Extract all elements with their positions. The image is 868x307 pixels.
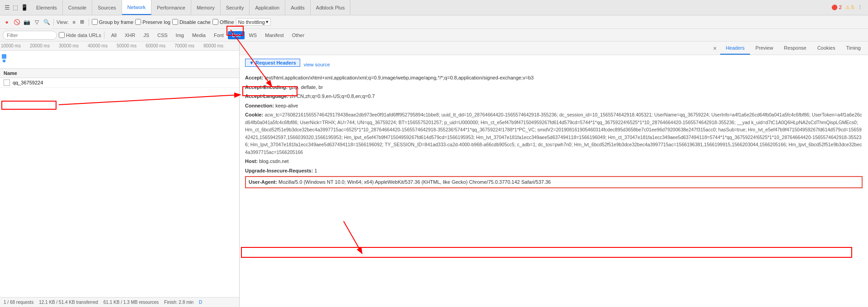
preserve-log-label[interactable]: Preserve log <box>135 19 170 25</box>
network-toolbar: ● 🚫 📷 ▽ 🔍 View: ≡ ⊞ Group by frame Prese… <box>0 15 868 29</box>
view-icons: ≡ ⊞ <box>71 19 86 26</box>
device-icon[interactable]: 📱 <box>21 4 28 11</box>
filter-row: Hide data URLs All XHR JS CSS Img Media … <box>0 29 868 42</box>
tab-cookies[interactable]: Cookies <box>812 42 841 55</box>
filter-other[interactable]: Other <box>288 31 309 39</box>
tab-application[interactable]: Application <box>250 0 285 15</box>
camera-button[interactable]: 📷 <box>23 18 31 26</box>
tab-response[interactable]: Response <box>778 42 812 55</box>
headers-content: ▼ Request Headers view source Accept: te… <box>240 55 868 307</box>
warn-badge: ⚠ 5 <box>845 5 854 10</box>
header-accept: Accept: text/html,application/xhtml+xml,… <box>245 74 863 82</box>
tick-8: 80000 ms <box>203 43 231 48</box>
search-button[interactable]: 🔍 <box>42 18 51 26</box>
request-name: qq_36759224 <box>13 80 43 85</box>
filter-tabs: All XHR JS CSS Img Media Font Doc WS Man… <box>107 31 309 39</box>
resources-size: 61.1 KB / 1.3 MB resources <box>104 300 159 305</box>
filter-all[interactable]: All <box>107 31 121 39</box>
tab-timing[interactable]: Timing <box>840 42 866 55</box>
offline-checkbox[interactable] <box>212 19 218 25</box>
view-source-link[interactable]: view source <box>304 62 330 67</box>
view-label: View: <box>57 19 69 25</box>
group-by-frame-checkbox[interactable] <box>92 19 98 25</box>
tab-security[interactable]: Security <box>221 0 250 15</box>
filter-css[interactable]: CSS <box>153 31 172 39</box>
tick-1: 10000 ms <box>0 43 29 48</box>
error-badge: 🔴 2 <box>831 5 842 10</box>
inspect-icon[interactable]: ⬚ <box>13 4 18 11</box>
tick-7: 70000 ms <box>174 43 203 48</box>
devtools-tab-bar: ☰ ⬚ 📱 Elements Console Sources Network P… <box>0 0 868 15</box>
left-panel: 10000 ms 20000 ms 30000 ms 40000 ms 5000… <box>0 42 240 307</box>
tab-adblock[interactable]: Adblock Plus <box>311 0 351 15</box>
throttle-select[interactable]: No throttling ▾ <box>236 18 271 26</box>
filter-js[interactable]: JS <box>139 31 153 39</box>
row-checkbox[interactable] <box>4 79 10 86</box>
separator-filter <box>104 32 104 39</box>
main-tab-list: Elements Console Sources Network Perform… <box>31 0 350 15</box>
tick-3: 30000 ms <box>58 43 87 48</box>
filter-ws[interactable]: WS <box>245 31 261 39</box>
grid-view-icon[interactable]: ⊞ <box>79 19 86 26</box>
tab-elements[interactable]: Elements <box>31 0 63 15</box>
group-by-frame-label[interactable]: Group by frame <box>92 19 133 25</box>
header-upgrade-insecure: Upgrade-Insecure-Requests: 1 <box>245 167 863 175</box>
filter-media[interactable]: Media <box>188 31 210 39</box>
transferred-size: 12.1 KB / 51.4 KB transferred <box>39 300 98 305</box>
timeline-bar-1 <box>2 54 6 59</box>
header-accept-encoding: Accept-Encoding: gzip, deflate, br <box>245 84 863 91</box>
tab-sources[interactable]: Sources <box>92 0 122 15</box>
tick-4: 40000 ms <box>87 43 116 48</box>
close-button[interactable]: × <box>709 45 720 52</box>
separator-2 <box>89 19 89 26</box>
right-panel: × Headers Preview Response Cookies Timin… <box>240 42 868 307</box>
devtools-icons: ☰ ⬚ 📱 <box>2 4 31 11</box>
tab-audits[interactable]: Audits <box>285 0 311 15</box>
filter-xhr[interactable]: XHR <box>121 31 139 39</box>
main-area: 10000 ms 20000 ms 30000 ms 40000 ms 5000… <box>0 42 868 307</box>
request-count: 1 / 68 requests <box>4 300 33 305</box>
name-column-header: Name <box>0 69 239 78</box>
header-user-agent: User-Agent: Mozilla/5.0 (Windows NT 10.0… <box>245 176 863 188</box>
hide-data-urls-checkbox[interactable] <box>59 32 65 38</box>
header-connection: Connection: keep-alive <box>245 102 863 110</box>
record-button[interactable]: ● <box>3 18 11 26</box>
status-bar: 1 / 68 requests 12.1 KB / 51.4 KB transf… <box>0 297 239 307</box>
tick-6: 60000 ms <box>145 43 174 48</box>
tab-performance[interactable]: Performance <box>151 0 191 15</box>
tab-network[interactable]: Network <box>122 0 151 15</box>
timeline-bar-2 <box>3 60 5 62</box>
timeline-area: 10000 ms 20000 ms 30000 ms 40000 ms 5000… <box>0 42 239 69</box>
header-cookie: Cookie: acw_tc=2760821615655746429178438… <box>245 111 863 156</box>
tab-console[interactable]: Console <box>63 0 92 15</box>
filter-input[interactable] <box>3 31 57 40</box>
hamburger-icon[interactable]: ☰ <box>5 4 10 11</box>
tab-memory[interactable]: Memory <box>191 0 221 15</box>
preserve-log-checkbox[interactable] <box>135 19 141 25</box>
tab-bar-right: 🔴 2 ⚠ 5 ⋮ <box>831 5 866 10</box>
separator-1 <box>53 19 54 26</box>
tick-5: 50000 ms <box>116 43 145 48</box>
devtools-window: ☰ ⬚ 📱 Elements Console Sources Network P… <box>0 0 868 307</box>
list-view-icon[interactable]: ≡ <box>71 19 78 26</box>
clear-button[interactable]: 🚫 <box>13 18 21 26</box>
request-list: qq_36759224 <box>0 78 239 297</box>
filter-manifest[interactable]: Manifest <box>261 31 288 39</box>
right-tab-bar: × Headers Preview Response Cookies Timin… <box>240 42 868 55</box>
timeline-chart <box>0 51 239 69</box>
disable-cache-label[interactable]: Disable cache <box>172 19 211 25</box>
tab-headers[interactable]: Headers <box>720 42 750 55</box>
tab-preview[interactable]: Preview <box>750 42 778 55</box>
tick-2: 20000 ms <box>29 43 58 48</box>
disable-cache-checkbox[interactable] <box>172 19 178 25</box>
offline-label[interactable]: Offline <box>212 19 234 25</box>
request-headers-section[interactable]: ▼ Request Headers <box>245 59 300 67</box>
more-options-icon[interactable]: ⋮ <box>858 5 863 10</box>
filter-font[interactable]: Font <box>210 31 228 39</box>
hide-data-urls-label[interactable]: Hide data URLs <box>59 32 101 38</box>
filter-doc[interactable]: Doc <box>228 31 245 39</box>
header-host: Host: blog.csdn.net <box>245 158 863 165</box>
table-row[interactable]: qq_36759224 <box>0 78 239 88</box>
filter-img[interactable]: Img <box>172 31 188 39</box>
filter-button[interactable]: ▽ <box>33 18 41 26</box>
